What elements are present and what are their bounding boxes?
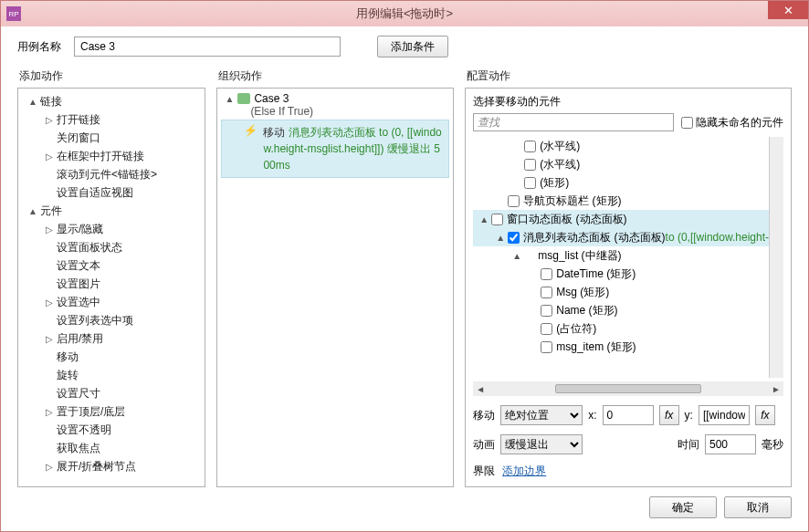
x-input[interactable] (603, 405, 654, 425)
anim-row: 动画 缓慢退出 时间 毫秒 (473, 434, 783, 454)
action-tree-item[interactable]: 设置自适应视图 (24, 183, 205, 202)
action-tree-item[interactable]: ▷显示/隐藏 (24, 220, 205, 238)
organize-action-row[interactable]: ⚡ 移动 消息列表动态面板 to (0, [[window.height-msg… (221, 120, 449, 178)
action-tree-item[interactable]: ▲链接 (24, 92, 205, 110)
time-input[interactable] (705, 434, 756, 454)
widget-tree-row[interactable]: (水平线) (473, 137, 769, 155)
horizontal-scrollbar[interactable]: ◄ ► (473, 381, 783, 396)
action-tree-item[interactable]: 滚动到元件<锚链接> (24, 165, 205, 183)
add-bounds-link[interactable]: 添加边界 (502, 464, 546, 479)
widget-checkbox[interactable] (541, 305, 552, 317)
action-tree-item[interactable]: 设置不透明 (24, 421, 205, 439)
action-tree-item[interactable]: ▲元件 (24, 202, 205, 220)
config-panel: 选择要移动的元件 隐藏未命名的元件 (水平线)(水平线)(矩形)导航页标题栏 (… (465, 88, 792, 487)
action-tree-item[interactable]: 获取焦点 (24, 439, 205, 457)
case-node[interactable]: ▲ Case 3 (221, 92, 449, 105)
x-fx-button[interactable]: fx (659, 405, 679, 425)
top-row: 用例名称 添加条件 (1, 26, 808, 65)
window-title: 用例编辑<拖动时> (356, 5, 453, 22)
add-condition-button[interactable]: 添加条件 (377, 36, 448, 57)
action-tree-item[interactable]: 旋转 (24, 366, 205, 384)
case-sub-label: (Else If True) (221, 105, 449, 118)
widget-checkbox[interactable] (491, 214, 503, 225)
widget-tree[interactable]: (水平线)(水平线)(矩形)导航页标题栏 (矩形)▲窗口动态面板 (动态面板)▲… (473, 137, 769, 378)
widget-tree-row[interactable]: (占位符) (473, 319, 769, 338)
cancel-button[interactable]: 取消 (724, 496, 792, 518)
anim-type-select[interactable]: 缓慢退出 (500, 434, 583, 454)
widget-checkbox[interactable] (508, 195, 520, 207)
y-label: y: (685, 409, 693, 422)
titlebar[interactable]: RP 用例编辑<拖动时> ✕ (1, 1, 808, 26)
time-label: 时间 (678, 437, 699, 453)
widget-checkbox[interactable] (508, 232, 520, 244)
y-input[interactable] (699, 405, 750, 425)
bounds-label: 界限 (473, 464, 495, 479)
widget-checkbox[interactable] (541, 268, 552, 280)
action-tree-item[interactable]: ▷置于顶层/底层 (24, 402, 205, 421)
widget-tree-row[interactable]: 导航页标题栏 (矩形) (473, 192, 769, 210)
case-icon (237, 93, 250, 104)
case-name-label: 用例名称 (17, 39, 61, 55)
action-tree-item[interactable]: ▷展开/折叠树节点 (24, 457, 205, 475)
organize-tree[interactable]: ▲ Case 3 (Else If True) ⚡ 移动 消息列表动态面板 to… (217, 89, 453, 486)
case-name-input[interactable] (74, 37, 341, 57)
mid-col-heading: 组织动作 (216, 65, 454, 88)
left-col-heading: 添加动作 (17, 65, 205, 88)
action-tree-item[interactable]: 关闭窗口 (24, 129, 205, 147)
widget-tree-row[interactable]: ▲窗口动态面板 (动态面板) (473, 210, 769, 228)
close-button[interactable]: ✕ (768, 1, 808, 19)
widget-tree-row[interactable]: Name (矩形) (473, 301, 769, 319)
bounds-row: 界限 添加边界 (473, 464, 783, 479)
actions-panel: ▲链接▷打开链接关闭窗口▷在框架中打开链接滚动到元件<锚链接>设置自适应视图▲元… (17, 88, 205, 487)
actions-tree[interactable]: ▲链接▷打开链接关闭窗口▷在框架中打开链接滚动到元件<锚链接>设置自适应视图▲元… (18, 89, 205, 486)
action-tree-item[interactable]: 设置面板状态 (24, 238, 205, 256)
select-widget-label: 选择要移动的元件 (473, 94, 783, 110)
widget-checkbox[interactable] (541, 323, 552, 335)
hide-unnamed-checkbox[interactable] (681, 117, 693, 129)
x-label: x: (588, 409, 596, 422)
hide-unnamed-option[interactable]: 隐藏未命名的元件 (681, 115, 783, 130)
action-tree-item[interactable]: 设置尺寸 (24, 384, 205, 402)
move-row: 移动 绝对位置 x: fx y: fx (473, 405, 783, 425)
bolt-icon: ⚡ (244, 124, 257, 173)
case-node-label: Case 3 (254, 92, 289, 105)
widget-tree-row[interactable]: ▲msg_list (中继器) (473, 246, 769, 265)
widget-checkbox[interactable] (524, 159, 536, 171)
widget-checkbox[interactable] (541, 287, 552, 298)
action-tree-item[interactable]: 设置文本 (24, 256, 205, 275)
widget-tree-row[interactable]: (矩形) (473, 173, 769, 192)
app-icon: RP (6, 6, 21, 21)
widget-checkbox[interactable] (524, 177, 536, 189)
action-tree-item[interactable]: ▷设置选中 (24, 293, 205, 311)
move-label: 移动 (473, 408, 495, 423)
y-fx-button[interactable]: fx (755, 405, 775, 425)
action-tree-item[interactable]: ▷在框架中打开链接 (24, 147, 205, 165)
widget-tree-row[interactable]: Msg (矩形) (473, 283, 769, 301)
organize-action-text: 移动 消息列表动态面板 to (0, [[window.height-msgli… (263, 124, 443, 173)
move-type-select[interactable]: 绝对位置 (500, 405, 583, 425)
action-tree-item[interactable]: 移动 (24, 348, 205, 366)
widget-tree-row[interactable]: (水平线) (473, 155, 769, 173)
right-col-heading: 配置动作 (465, 65, 792, 88)
action-tree-item[interactable]: ▷启用/禁用 (24, 329, 205, 348)
action-tree-item[interactable]: 设置列表选中项 (24, 311, 205, 329)
dialog-window: RP 用例编辑<拖动时> ✕ 用例名称 添加条件 添加动作 ▲链接▷打开链接关闭… (0, 0, 809, 532)
dialog-footer: 确定 取消 (1, 487, 808, 531)
widget-tree-row[interactable]: DateTime (矩形) (473, 265, 769, 283)
widget-tree-row[interactable]: msg_item (矩形) (473, 338, 769, 356)
widget-checkbox[interactable] (541, 341, 552, 353)
ok-button[interactable]: 确定 (649, 496, 717, 518)
widget-search-input[interactable] (473, 113, 674, 131)
anim-label: 动画 (473, 437, 495, 453)
widget-tree-row[interactable]: ▲消息列表动态面板 (动态面板) to (0,[[window.height- (473, 228, 769, 246)
organize-panel: ▲ Case 3 (Else If True) ⚡ 移动 消息列表动态面板 to… (216, 88, 454, 487)
widget-checkbox[interactable] (524, 141, 536, 152)
action-tree-item[interactable]: ▷打开链接 (24, 110, 205, 129)
time-unit: 毫秒 (762, 437, 783, 453)
vertical-scrollbar[interactable] (769, 137, 783, 378)
action-tree-item[interactable]: 设置图片 (24, 275, 205, 293)
